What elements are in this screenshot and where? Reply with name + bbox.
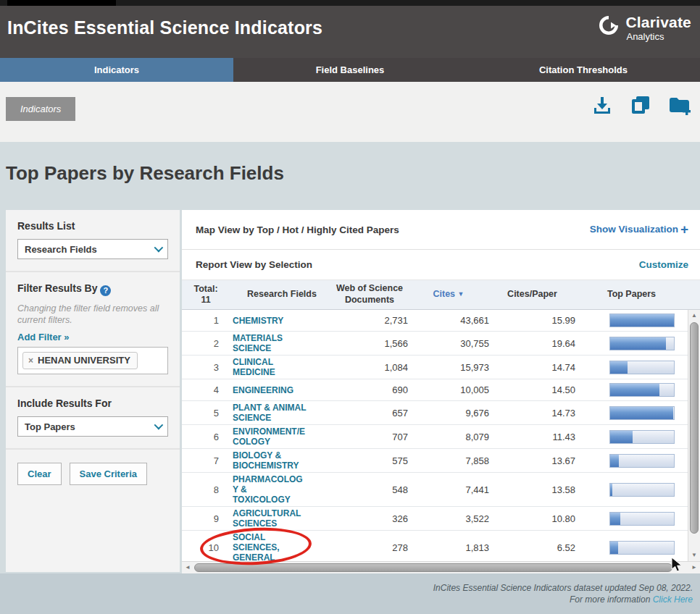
breadcrumb[interactable]: Indicators — [6, 97, 75, 121]
row-rank: 6 — [188, 432, 224, 442]
top-papers-bar-fill — [610, 361, 628, 374]
col-cites-sorted[interactable]: Cites ▼ — [408, 289, 489, 300]
top-papers-bar-fill — [610, 484, 612, 496]
col-top-papers[interactable]: Top Papers — [575, 289, 688, 300]
wos-documents-value: 1,084 — [331, 362, 408, 373]
filter-chip-label: HENAN UNIVERSITY — [38, 355, 130, 366]
include-results-label: Include Results For — [17, 398, 168, 409]
table-body: 1 CHEMISTRY 2,731 43,661 15.99 2 MATERIA… — [182, 310, 700, 561]
dataset-updated-text: InCites Essential Science Indicators dat… — [0, 582, 693, 594]
scroll-right-icon[interactable]: ► — [688, 562, 700, 573]
click-here-link[interactable]: Click Here — [653, 594, 693, 605]
top-papers-bar — [609, 483, 675, 497]
top-papers-bar-cell — [575, 406, 688, 420]
results-list-select[interactable]: Research Fields — [17, 239, 168, 259]
save-criteria-button[interactable]: Save Criteria — [70, 463, 148, 485]
print-icon[interactable] — [630, 94, 651, 116]
include-results-section: Include Results For Top Papers — [6, 387, 180, 450]
top-papers-bar-fill — [610, 431, 633, 443]
tab-field-baselines[interactable]: Field Baselines — [233, 58, 467, 82]
clear-button[interactable]: Clear — [17, 463, 62, 485]
research-field-link[interactable]: AGRICULTURAL SCIENCES — [224, 508, 331, 529]
table-row[interactable]: 9 AGRICULTURAL SCIENCES 326 3,522 10.80 — [182, 507, 700, 531]
horizontal-scrollbar[interactable]: ◄ ► — [182, 561, 700, 573]
research-field-link[interactable]: ENVIRONMENT/E COLOGY — [224, 426, 331, 447]
research-field-link[interactable]: CLINICAL MEDICINE — [224, 357, 331, 377]
vertical-scroll-thumb[interactable] — [690, 322, 699, 534]
top-papers-bar-cell — [575, 512, 688, 526]
top-papers-bar — [609, 430, 675, 444]
table-row[interactable]: 3 CLINICAL MEDICINE 1,084 15,973 14.74 — [182, 356, 700, 379]
row-rank: 10 — [188, 542, 224, 553]
top-papers-bar — [609, 383, 675, 397]
col-cites-per-paper[interactable]: Cites/Paper — [489, 289, 575, 300]
top-papers-bar-fill — [610, 337, 666, 350]
table-row[interactable]: 8 PHARMACOLOG Y & TOXICOLOGY 548 7,441 1… — [182, 473, 700, 507]
vertical-scrollbar[interactable]: ▲ ▼ — [688, 310, 700, 561]
table-row[interactable]: 10 SOCIAL SCIENCES, GENERAL 278 1,813 6.… — [182, 531, 700, 561]
row-rank: 2 — [188, 338, 224, 349]
row-rank: 3 — [188, 362, 224, 373]
tab-citation-thresholds[interactable]: Citation Thresholds — [467, 58, 700, 82]
cites-per-paper-value: 14.73 — [489, 408, 575, 419]
col-research-fields[interactable]: Research Fields — [224, 289, 331, 300]
app-title: InCites Essential Science Indicators — [7, 17, 322, 38]
filter-note: Changing the filter field removes all cu… — [17, 303, 168, 326]
chevron-down-icon — [154, 421, 164, 430]
top-papers-bar — [609, 406, 675, 420]
filter-results-by-label: Filter Results By? — [17, 282, 168, 296]
scroll-down-icon[interactable]: ▼ — [688, 550, 700, 561]
research-field-link[interactable]: PHARMACOLOG Y & TOXICOLOGY — [224, 474, 331, 505]
window-top-strip — [0, 0, 700, 6]
research-field-link[interactable]: ENGINEERING — [224, 385, 331, 395]
include-results-select[interactable]: Top Papers — [17, 416, 168, 437]
clarivate-logo-icon — [598, 14, 620, 39]
customize-link[interactable]: Customize — [639, 259, 688, 270]
top-papers-bar — [609, 337, 675, 350]
filter-chip: ×HENAN UNIVERSITY — [22, 352, 138, 369]
scroll-up-icon[interactable]: ▲ — [688, 310, 700, 321]
col-wos-documents[interactable]: Web of Science Documents — [331, 283, 408, 306]
top-papers-bar-fill — [610, 407, 673, 419]
horizontal-scroll-thumb[interactable] — [194, 563, 672, 572]
row-rank: 8 — [188, 484, 224, 495]
table-row[interactable]: 5 PLANT & ANIMAL SCIENCE 657 9,676 14.73 — [182, 401, 700, 425]
table-row[interactable]: 6 ENVIRONMENT/E COLOGY 707 8,079 11.43 — [182, 425, 700, 449]
table-row[interactable]: 7 BIOLOGY & BIOCHEMISTRY 575 7,858 13.67 — [182, 449, 700, 473]
add-folder-icon[interactable] — [668, 94, 690, 116]
row-rank: 4 — [188, 384, 224, 395]
table-row[interactable]: 4 ENGINEERING 690 10,005 14.50 — [182, 379, 700, 401]
toolbar — [591, 94, 690, 116]
wos-documents-value: 2,731 — [331, 315, 408, 326]
top-papers-bar-fill — [610, 455, 619, 467]
cites-per-paper-value: 11.43 — [489, 432, 575, 442]
wos-documents-value: 657 — [331, 408, 408, 419]
mouse-cursor — [671, 557, 683, 576]
tab-indicators[interactable]: Indicators — [0, 58, 233, 82]
scroll-left-icon[interactable]: ◄ — [182, 562, 193, 573]
table-row[interactable]: 1 CHEMISTRY 2,731 43,661 15.99 — [182, 310, 700, 332]
table-row[interactable]: 2 MATERIALS SCIENCE 1,566 30,755 19.64 — [182, 332, 700, 356]
plus-icon: + — [680, 222, 688, 237]
wos-documents-value: 1,566 — [331, 338, 408, 349]
cites-per-paper-value: 14.50 — [489, 384, 575, 395]
page-footer: InCites Essential Science Indicators dat… — [0, 573, 700, 614]
research-field-link[interactable]: MATERIALS SCIENCE — [224, 333, 331, 353]
app-header: InCites Essential Science Indicators Cla… — [0, 6, 700, 58]
cites-value: 9,676 — [408, 408, 489, 419]
cites-value: 30,755 — [408, 338, 489, 349]
sort-desc-icon: ▼ — [458, 290, 464, 298]
add-filter-link[interactable]: Add Filter » — [17, 332, 70, 342]
research-field-link[interactable]: BIOLOGY & BIOCHEMISTRY — [224, 450, 331, 471]
remove-filter-icon[interactable]: × — [28, 356, 33, 366]
show-visualization-link[interactable]: Show Visualization+ — [590, 222, 688, 237]
research-field-link[interactable]: SOCIAL SCIENCES, GENERAL — [224, 532, 331, 561]
research-field-link[interactable]: PLANT & ANIMAL SCIENCE — [224, 403, 331, 423]
download-icon[interactable] — [591, 94, 613, 116]
cites-per-paper-value: 13.67 — [489, 455, 575, 466]
wos-documents-value: 690 — [331, 384, 408, 395]
help-icon[interactable]: ? — [100, 285, 111, 296]
research-field-link[interactable]: CHEMISTRY — [224, 316, 331, 326]
filter-section: Filter Results By? Changing the filter f… — [6, 272, 180, 387]
wos-documents-value: 548 — [331, 484, 408, 495]
